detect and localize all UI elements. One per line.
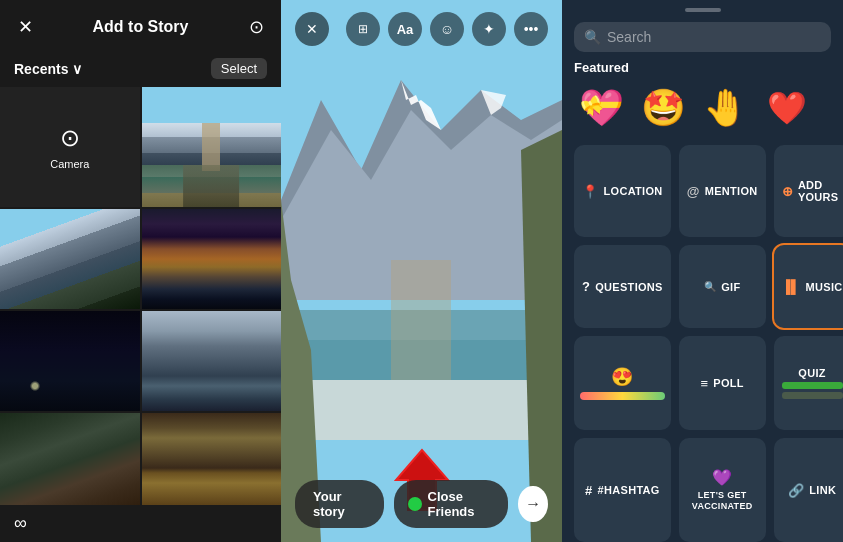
gif-search-icon: 🔍 [704,281,716,292]
featured-sticker-4[interactable]: ❤️ [760,81,814,135]
gallery-image[interactable] [0,311,140,411]
sticker-chip-gif[interactable]: 🔍 GIF [679,245,766,328]
green-dot-icon [408,497,422,511]
gallery-recents-bar: Recents ∨ Select [0,54,281,87]
sticker-chip-quiz[interactable]: QUIZ [774,336,843,430]
emoji-slider-bar [580,392,665,400]
gallery-image[interactable] [0,209,140,309]
link-icon: 🔗 [788,483,804,498]
sticker-chip-link[interactable]: 🔗 LINK [774,438,843,542]
settings-icon[interactable]: ⊙ [245,16,267,38]
quiz-bar-green [782,382,843,389]
sticker-search-bar[interactable]: 🔍 Search [574,22,831,52]
recents-dropdown[interactable]: Recents ∨ [14,61,82,77]
editor-close-button[interactable]: ✕ [295,12,329,46]
poll-icon: ≡ [700,376,708,391]
stickers-panel: 🔍 Search Featured 💝 🤩 🤚 ❤️ 📍 LOCATION @ … [562,0,843,542]
vaccinated-icon: 💜 [712,468,732,487]
effects-icon[interactable]: ✦ [472,12,506,46]
drag-handle [685,8,721,12]
quiz-bars [782,382,843,399]
sticker-chip-vaccinated[interactable]: 💜 LET'S GET VACCINATED [679,438,766,542]
emoji-slider-icon: 😍 [611,366,633,388]
questions-icon: ? [582,279,590,294]
sticker-chip-questions[interactable]: ? QUESTIONS [574,245,671,328]
svg-rect-10 [391,260,451,380]
sticker-chip-addyours[interactable]: ⊕ ADD YOURS [774,145,843,237]
gallery-panel: ✕ Add to Story ⊙ Recents ∨ Select ⊙ Came… [0,0,281,542]
sticker-chip-hashtag[interactable]: # #HASHTAG [574,438,671,542]
featured-sticker-1[interactable]: 💝 [574,81,628,135]
sticker-tool-icon[interactable]: ☺ [430,12,464,46]
sticker-chip-poll[interactable]: ≡ POLL [679,336,766,430]
more-options-icon[interactable]: ••• [514,12,548,46]
gallery-title: Add to Story [36,18,245,36]
gallery-image[interactable] [142,209,282,309]
camera-label: Camera [50,158,89,170]
addyours-icon: ⊕ [782,184,793,199]
gallery-header: ✕ Add to Story ⊙ [0,0,281,54]
search-input[interactable]: Search [607,29,821,45]
editor-bottom-bar: Your story Close Friends → [281,480,562,528]
gallery-grid: ⊙ Camera [0,87,281,505]
select-button[interactable]: Select [211,58,267,79]
editor-toolbar: ✕ ⊞ Aa ☺ ✦ ••• [281,12,562,46]
quiz-bar-gray [782,392,843,399]
editor-panel: ✕ ⊞ Aa ☺ ✦ ••• Your story Close Friends … [281,0,562,542]
camera-cell[interactable]: ⊙ Camera [0,87,140,207]
editor-background-svg [281,0,562,542]
sticker-chips-grid: 📍 LOCATION @ MENTION ⊕ ADD YOURS ? QUEST… [562,145,843,542]
text-tool-icon[interactable]: Aa [388,12,422,46]
gallery-image[interactable] [142,311,282,411]
next-button[interactable]: → [518,486,548,522]
location-pin-icon: 📍 [582,184,598,199]
sticker-chip-mention[interactable]: @ MENTION [679,145,766,237]
featured-stickers-row: 💝 🤩 🤚 ❤️ [562,81,843,145]
sticker-chip-emoji-slider[interactable]: 😍 [574,336,671,430]
featured-sticker-2[interactable]: 🤩 [636,81,690,135]
gallery-image[interactable] [142,413,282,505]
gallery-image-selected[interactable] [142,87,282,207]
camera-icon: ⊙ [60,124,80,152]
featured-sticker-3[interactable]: 🤚 [698,81,752,135]
svg-rect-7 [281,380,562,440]
editor-tools-right: ⊞ Aa ☺ ✦ ••• [346,12,548,46]
boomerang-row: ∞ [0,505,281,542]
hashtag-icon: # [585,483,593,498]
sticker-chip-location[interactable]: 📍 LOCATION [574,145,671,237]
your-story-button[interactable]: Your story [295,480,384,528]
search-icon: 🔍 [584,29,601,45]
mention-icon: @ [687,184,700,199]
music-icon: ▐▌ [782,279,801,294]
close-icon[interactable]: ✕ [14,16,36,38]
gallery-picker-icon[interactable]: ⊞ [346,12,380,46]
boomerang-icon[interactable]: ∞ [14,513,27,534]
gallery-image[interactable] [0,413,140,505]
close-friends-button[interactable]: Close Friends [394,480,509,528]
featured-label: Featured [562,60,843,81]
sticker-chip-music[interactable]: ▐▌ MUSIC [774,245,843,328]
